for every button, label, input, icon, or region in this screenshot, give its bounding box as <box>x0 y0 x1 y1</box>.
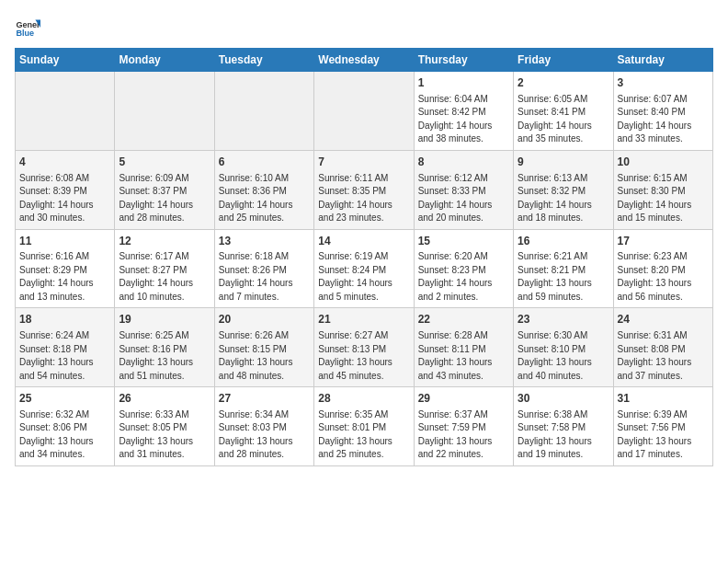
day-of-week-header: Friday <box>514 49 613 72</box>
calendar-cell: 14Sunrise: 6:19 AM Sunset: 8:24 PM Dayli… <box>314 229 414 308</box>
day-of-week-header: Tuesday <box>214 49 313 72</box>
day-number: 2 <box>518 75 609 91</box>
calendar-cell: 3Sunrise: 6:07 AM Sunset: 8:40 PM Daylig… <box>613 72 712 151</box>
calendar-cell: 21Sunrise: 6:27 AM Sunset: 8:13 PM Dayli… <box>314 308 414 387</box>
day-of-week-header: Sunday <box>16 49 115 72</box>
svg-text:Blue: Blue <box>16 29 34 38</box>
calendar-cell: 16Sunrise: 6:21 AM Sunset: 8:21 PM Dayli… <box>514 229 613 308</box>
day-of-week-header: Monday <box>115 49 214 72</box>
calendar-week-row: 4Sunrise: 6:08 AM Sunset: 8:39 PM Daylig… <box>16 150 713 229</box>
day-number: 10 <box>618 155 709 170</box>
day-info: Sunrise: 6:19 AM Sunset: 8:24 PM Dayligh… <box>318 250 409 304</box>
day-info: Sunrise: 6:18 AM Sunset: 8:26 PM Dayligh… <box>219 250 310 304</box>
day-number: 27 <box>219 391 310 407</box>
calendar-table: SundayMondayTuesdayWednesdayThursdayFrid… <box>15 48 713 466</box>
day-number: 1 <box>418 75 509 91</box>
day-of-week-header: Wednesday <box>314 49 414 72</box>
day-number: 25 <box>19 391 110 407</box>
day-number: 18 <box>19 312 110 327</box>
day-info: Sunrise: 6:05 AM Sunset: 8:41 PM Dayligh… <box>518 93 609 146</box>
day-info: Sunrise: 6:38 AM Sunset: 7:58 PM Dayligh… <box>518 408 609 462</box>
day-info: Sunrise: 6:15 AM Sunset: 8:30 PM Dayligh… <box>618 172 709 225</box>
day-number: 19 <box>119 312 210 327</box>
header: General Blue <box>15 15 713 40</box>
day-info: Sunrise: 6:39 AM Sunset: 7:56 PM Dayligh… <box>618 408 709 462</box>
day-number: 12 <box>119 234 210 249</box>
calendar-cell: 11Sunrise: 6:16 AM Sunset: 8:29 PM Dayli… <box>16 229 115 308</box>
day-number: 8 <box>418 155 509 170</box>
day-number: 20 <box>219 312 310 327</box>
day-info: Sunrise: 6:13 AM Sunset: 8:32 PM Dayligh… <box>518 172 609 225</box>
calendar-week-row: 18Sunrise: 6:24 AM Sunset: 8:18 PM Dayli… <box>16 308 713 387</box>
day-number: 23 <box>518 312 609 327</box>
day-info: Sunrise: 6:34 AM Sunset: 8:03 PM Dayligh… <box>219 408 310 462</box>
day-info: Sunrise: 6:11 AM Sunset: 8:35 PM Dayligh… <box>318 172 409 225</box>
day-number: 9 <box>518 155 609 170</box>
day-of-week-header: Saturday <box>613 49 712 72</box>
day-info: Sunrise: 6:32 AM Sunset: 8:06 PM Dayligh… <box>19 408 110 462</box>
calendar-cell <box>314 72 414 151</box>
calendar-cell <box>16 72 115 151</box>
day-number: 17 <box>618 234 709 249</box>
calendar-cell: 30Sunrise: 6:38 AM Sunset: 7:58 PM Dayli… <box>514 387 613 466</box>
calendar-cell: 19Sunrise: 6:25 AM Sunset: 8:16 PM Dayli… <box>115 308 214 387</box>
calendar-cell: 1Sunrise: 6:04 AM Sunset: 8:42 PM Daylig… <box>414 72 513 151</box>
day-number: 13 <box>219 234 310 249</box>
calendar-cell: 13Sunrise: 6:18 AM Sunset: 8:26 PM Dayli… <box>214 229 313 308</box>
day-info: Sunrise: 6:17 AM Sunset: 8:27 PM Dayligh… <box>119 250 210 304</box>
calendar-cell: 31Sunrise: 6:39 AM Sunset: 7:56 PM Dayli… <box>613 387 712 466</box>
calendar-cell: 15Sunrise: 6:20 AM Sunset: 8:23 PM Dayli… <box>414 229 513 308</box>
day-number: 6 <box>219 155 310 170</box>
day-info: Sunrise: 6:28 AM Sunset: 8:11 PM Dayligh… <box>418 329 509 383</box>
day-info: Sunrise: 6:33 AM Sunset: 8:05 PM Dayligh… <box>119 408 210 462</box>
calendar-cell: 24Sunrise: 6:31 AM Sunset: 8:08 PM Dayli… <box>613 308 712 387</box>
day-number: 4 <box>19 155 110 170</box>
day-number: 31 <box>618 391 709 407</box>
calendar-cell: 5Sunrise: 6:09 AM Sunset: 8:37 PM Daylig… <box>115 150 214 229</box>
day-number: 7 <box>318 155 409 170</box>
day-info: Sunrise: 6:31 AM Sunset: 8:08 PM Dayligh… <box>618 329 709 383</box>
calendar-cell: 4Sunrise: 6:08 AM Sunset: 8:39 PM Daylig… <box>16 150 115 229</box>
day-number: 22 <box>418 312 509 327</box>
calendar-cell: 17Sunrise: 6:23 AM Sunset: 8:20 PM Dayli… <box>613 229 712 308</box>
day-number: 3 <box>618 75 709 91</box>
logo: General Blue <box>15 15 40 40</box>
calendar-week-row: 11Sunrise: 6:16 AM Sunset: 8:29 PM Dayli… <box>16 229 713 308</box>
calendar-cell: 2Sunrise: 6:05 AM Sunset: 8:41 PM Daylig… <box>514 72 613 151</box>
day-info: Sunrise: 6:25 AM Sunset: 8:16 PM Dayligh… <box>119 329 210 383</box>
calendar-cell: 8Sunrise: 6:12 AM Sunset: 8:33 PM Daylig… <box>414 150 513 229</box>
day-info: Sunrise: 6:24 AM Sunset: 8:18 PM Dayligh… <box>19 329 110 383</box>
day-info: Sunrise: 6:23 AM Sunset: 8:20 PM Dayligh… <box>618 250 709 304</box>
calendar-header-row: SundayMondayTuesdayWednesdayThursdayFrid… <box>16 49 713 72</box>
day-number: 29 <box>418 391 509 407</box>
day-info: Sunrise: 6:35 AM Sunset: 8:01 PM Dayligh… <box>318 408 409 462</box>
logo-icon: General Blue <box>15 15 40 40</box>
calendar-cell: 29Sunrise: 6:37 AM Sunset: 7:59 PM Dayli… <box>414 387 513 466</box>
day-info: Sunrise: 6:27 AM Sunset: 8:13 PM Dayligh… <box>318 329 409 383</box>
calendar-cell: 6Sunrise: 6:10 AM Sunset: 8:36 PM Daylig… <box>214 150 313 229</box>
calendar-cell: 9Sunrise: 6:13 AM Sunset: 8:32 PM Daylig… <box>514 150 613 229</box>
calendar-week-row: 1Sunrise: 6:04 AM Sunset: 8:42 PM Daylig… <box>16 72 713 151</box>
day-info: Sunrise: 6:08 AM Sunset: 8:39 PM Dayligh… <box>19 172 110 225</box>
calendar-cell: 7Sunrise: 6:11 AM Sunset: 8:35 PM Daylig… <box>314 150 414 229</box>
day-info: Sunrise: 6:21 AM Sunset: 8:21 PM Dayligh… <box>518 250 609 304</box>
calendar-cell: 27Sunrise: 6:34 AM Sunset: 8:03 PM Dayli… <box>214 387 313 466</box>
calendar-cell: 28Sunrise: 6:35 AM Sunset: 8:01 PM Dayli… <box>314 387 414 466</box>
calendar-cell: 12Sunrise: 6:17 AM Sunset: 8:27 PM Dayli… <box>115 229 214 308</box>
calendar-cell: 22Sunrise: 6:28 AM Sunset: 8:11 PM Dayli… <box>414 308 513 387</box>
day-of-week-header: Thursday <box>414 49 513 72</box>
day-number: 30 <box>518 391 609 407</box>
calendar-cell: 20Sunrise: 6:26 AM Sunset: 8:15 PM Dayli… <box>214 308 313 387</box>
day-info: Sunrise: 6:07 AM Sunset: 8:40 PM Dayligh… <box>618 93 709 146</box>
day-info: Sunrise: 6:16 AM Sunset: 8:29 PM Dayligh… <box>19 250 110 304</box>
calendar-cell: 23Sunrise: 6:30 AM Sunset: 8:10 PM Dayli… <box>514 308 613 387</box>
day-number: 24 <box>618 312 709 327</box>
calendar-cell: 10Sunrise: 6:15 AM Sunset: 8:30 PM Dayli… <box>613 150 712 229</box>
calendar-cell <box>115 72 214 151</box>
day-info: Sunrise: 6:30 AM Sunset: 8:10 PM Dayligh… <box>518 329 609 383</box>
day-info: Sunrise: 6:26 AM Sunset: 8:15 PM Dayligh… <box>219 329 310 383</box>
day-number: 14 <box>318 234 409 249</box>
day-number: 26 <box>119 391 210 407</box>
day-info: Sunrise: 6:37 AM Sunset: 7:59 PM Dayligh… <box>418 408 509 462</box>
calendar-week-row: 25Sunrise: 6:32 AM Sunset: 8:06 PM Dayli… <box>16 387 713 466</box>
